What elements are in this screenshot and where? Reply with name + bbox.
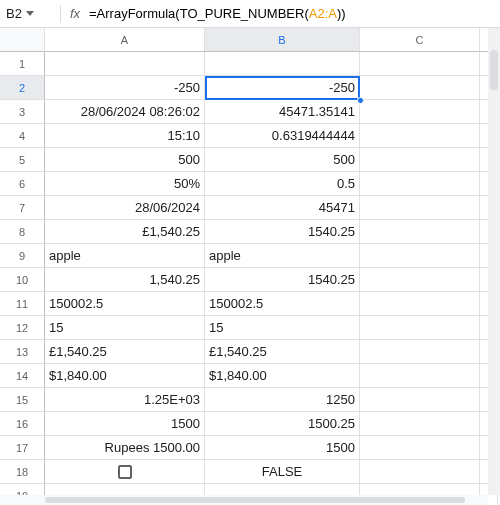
cell-c[interactable] [360, 436, 480, 460]
cell-a[interactable]: Rupees 1500.00 [45, 436, 205, 460]
spreadsheet-grid: A B C 12-250-250328/06/2024 08:26:024547… [0, 28, 500, 505]
cell-b[interactable]: 0.5 [205, 172, 360, 196]
row-header[interactable]: 16 [0, 412, 45, 436]
column-header-b[interactable]: B [205, 28, 360, 52]
cell-a[interactable] [45, 460, 205, 484]
row-header[interactable]: 1 [0, 52, 45, 76]
table-row: 151.25E+031250 [0, 388, 500, 412]
separator [60, 5, 61, 23]
row-header[interactable]: 3 [0, 100, 45, 124]
cell-c[interactable] [360, 460, 480, 484]
cell-a[interactable]: £1,540.25 [45, 220, 205, 244]
cell-c[interactable] [360, 388, 480, 412]
cell-a[interactable]: 15:10 [45, 124, 205, 148]
row-header[interactable]: 4 [0, 124, 45, 148]
row-header[interactable]: 6 [0, 172, 45, 196]
cell-b[interactable]: 1250 [205, 388, 360, 412]
cell-b[interactable]: 0.6319444444 [205, 124, 360, 148]
cell-c[interactable] [360, 244, 480, 268]
cell-c[interactable] [360, 316, 480, 340]
row-header[interactable]: 5 [0, 148, 45, 172]
row-header[interactable]: 11 [0, 292, 45, 316]
horizontal-scrollbar[interactable] [0, 495, 488, 505]
cell-a[interactable]: 500 [45, 148, 205, 172]
row-header[interactable]: 10 [0, 268, 45, 292]
vertical-scrollbar[interactable] [488, 28, 500, 495]
cell-reference-text: B2 [6, 6, 22, 21]
horizontal-scroll-thumb[interactable] [45, 497, 465, 503]
checkbox-icon[interactable] [118, 465, 132, 479]
cell-c[interactable] [360, 196, 480, 220]
table-row: 17Rupees 1500.001500 [0, 436, 500, 460]
cell-b[interactable]: 1500 [205, 436, 360, 460]
cell-b[interactable]: -250 [205, 76, 360, 100]
row-header[interactable]: 7 [0, 196, 45, 220]
table-row: 18FALSE [0, 460, 500, 484]
cell-c[interactable] [360, 172, 480, 196]
column-header-c[interactable]: C [360, 28, 480, 52]
table-row: 11150002.5150002.5 [0, 292, 500, 316]
table-row: 13£1,540.25£1,540.25 [0, 340, 500, 364]
formula-input[interactable]: =ArrayFormula(TO_PURE_NUMBER(A2:A)) [89, 6, 494, 21]
cell-c[interactable] [360, 268, 480, 292]
cell-a[interactable]: 28/06/2024 [45, 196, 205, 220]
cell-c[interactable] [360, 148, 480, 172]
cell-b[interactable]: apple [205, 244, 360, 268]
cell-c[interactable] [360, 412, 480, 436]
cell-b[interactable]: 45471.35141 [205, 100, 360, 124]
cell-a[interactable]: 1500 [45, 412, 205, 436]
cell-b[interactable]: £1,540.25 [205, 340, 360, 364]
cell-b[interactable]: 15 [205, 316, 360, 340]
cell-c[interactable] [360, 340, 480, 364]
cell-a[interactable]: 150002.5 [45, 292, 205, 316]
cell-b[interactable]: 500 [205, 148, 360, 172]
cell-b[interactable]: 1500.25 [205, 412, 360, 436]
row-header[interactable]: 18 [0, 460, 45, 484]
cell-b[interactable]: 1540.25 [205, 220, 360, 244]
cell-c[interactable] [360, 76, 480, 100]
column-headers: A B C [0, 28, 500, 52]
cell-c[interactable] [360, 100, 480, 124]
select-all-corner[interactable] [0, 28, 45, 52]
cell-a[interactable]: $1,840.00 [45, 364, 205, 388]
formula-bar: B2 fx =ArrayFormula(TO_PURE_NUMBER(A2:A)… [0, 0, 500, 28]
cell-a[interactable] [45, 52, 205, 76]
cell-a[interactable]: £1,540.25 [45, 340, 205, 364]
row-header[interactable]: 13 [0, 340, 45, 364]
row-header[interactable]: 2 [0, 76, 45, 100]
table-row: 1615001500.25 [0, 412, 500, 436]
cell-a[interactable]: -250 [45, 76, 205, 100]
cell-b[interactable]: 1540.25 [205, 268, 360, 292]
row-header[interactable]: 17 [0, 436, 45, 460]
cell-c[interactable] [360, 364, 480, 388]
chevron-down-icon[interactable] [26, 11, 34, 16]
row-header[interactable]: 14 [0, 364, 45, 388]
cell-b[interactable]: 150002.5 [205, 292, 360, 316]
table-row: 121515 [0, 316, 500, 340]
row-header[interactable]: 9 [0, 244, 45, 268]
cell-a[interactable]: 28/06/2024 08:26:02 [45, 100, 205, 124]
table-row: 8£1,540.251540.25 [0, 220, 500, 244]
cell-b[interactable]: 45471 [205, 196, 360, 220]
cell-c[interactable] [360, 52, 480, 76]
vertical-scroll-thumb[interactable] [490, 50, 498, 90]
cell-a[interactable]: 15 [45, 316, 205, 340]
cell-reference-box[interactable]: B2 [6, 6, 54, 21]
table-row: 5500500 [0, 148, 500, 172]
row-header[interactable]: 12 [0, 316, 45, 340]
fx-icon[interactable]: fx [67, 6, 83, 21]
row-header[interactable]: 8 [0, 220, 45, 244]
cell-a[interactable]: 1.25E+03 [45, 388, 205, 412]
cell-a[interactable]: apple [45, 244, 205, 268]
table-row: 650%0.5 [0, 172, 500, 196]
cell-c[interactable] [360, 292, 480, 316]
cell-b[interactable]: $1,840.00 [205, 364, 360, 388]
cell-b[interactable] [205, 52, 360, 76]
column-header-a[interactable]: A [45, 28, 205, 52]
cell-a[interactable]: 1,540.25 [45, 268, 205, 292]
cell-c[interactable] [360, 220, 480, 244]
cell-c[interactable] [360, 124, 480, 148]
cell-a[interactable]: 50% [45, 172, 205, 196]
row-header[interactable]: 15 [0, 388, 45, 412]
cell-b[interactable]: FALSE [205, 460, 360, 484]
